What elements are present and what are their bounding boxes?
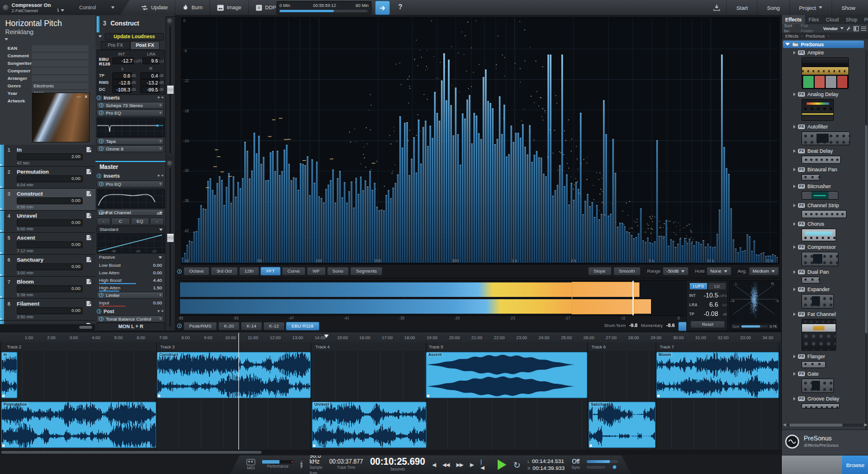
insert-slot-tape[interactable]: Tape▾: [97, 138, 164, 145]
insert-slot-pro-eq[interactable]: Pro EQ▾: [97, 109, 164, 116]
spectrum-mode-sono[interactable]: Sono: [327, 267, 350, 275]
track-list-item[interactable]: ▾7Bloom0.005:38 min: [0, 277, 95, 299]
meter-mode-k-12[interactable]: K-12: [263, 322, 285, 330]
track-gain-field[interactable]: 0.00: [17, 175, 83, 182]
meter-mode-ebu-r128[interactable]: EBU R128: [286, 322, 319, 330]
fx-item-bitcrusher[interactable]: FXBitcrusher: [793, 183, 862, 200]
fx-item-expander[interactable]: FXExpander: [793, 286, 862, 308]
nav-start[interactable]: Start: [726, 0, 757, 15]
fx-item-autofilter[interactable]: FXAutofilter: [793, 123, 862, 145]
fx-item-row[interactable]: FXAnalog Delay: [793, 91, 862, 98]
browser-hscrollbar[interactable]: ◀ ▶: [783, 422, 867, 427]
burn-button[interactable]: Burn: [175, 0, 210, 15]
pan-knob-icon[interactable]: [167, 19, 172, 24]
audio-clip-sanctuary[interactable]: Sanctuary: [589, 402, 656, 448]
fx-thumbnail[interactable]: [801, 379, 834, 393]
volume-slider[interactable]: [587, 460, 618, 463]
meter-mode-peak-rms[interactable]: Peak/RMS: [183, 322, 217, 330]
clip-handle[interactable]: [158, 395, 160, 397]
image-button[interactable]: Image: [210, 0, 249, 15]
fx-thumbnail[interactable]: [801, 229, 836, 241]
fx-item-flanger[interactable]: FXFlanger: [793, 353, 862, 368]
fx-thumbnail[interactable]: [801, 403, 840, 409]
expand-triangle-icon[interactable]: [793, 288, 796, 291]
fx-item-row[interactable]: FXExpander: [793, 286, 862, 293]
scrollbar-handle[interactable]: [789, 424, 843, 427]
spectrum-mode-12th[interactable]: 12th: [239, 267, 260, 275]
fx-thumbnail[interactable]: [801, 361, 826, 368]
return-to-start-button[interactable]: |◀: [480, 459, 484, 471]
update-loudness-button[interactable]: Update Loudness: [105, 33, 164, 41]
spectrum-display[interactable]: 0-6-12-18-24-30-36-42-48 501002005001 k2…: [181, 17, 779, 264]
fx-item-row[interactable]: FXFat Channel: [793, 311, 862, 318]
track-list-item[interactable]: ▾1In2.0042 sec: [0, 145, 95, 167]
rewind-button[interactable]: ◀◀: [443, 462, 450, 468]
track-marker-track-5[interactable]: Track 5: [429, 344, 443, 350]
fx-item-fat-channel[interactable]: FXFat Channel★: [793, 311, 862, 351]
ean-field[interactable]: [32, 45, 89, 52]
power-icon[interactable]: [99, 182, 104, 186]
loop-button[interactable]: ↻: [513, 461, 521, 469]
clip-handle[interactable]: [590, 444, 592, 447]
fx-item-analog-delay[interactable]: FXAnalog Delay★: [793, 91, 862, 121]
expand-triangle-icon[interactable]: [793, 372, 796, 376]
insert-slot-pro-eq[interactable]: Pro EQ▾: [97, 181, 164, 188]
audio-clip-ascent[interactable]: Ascent: [426, 352, 587, 398]
nav-song[interactable]: Song: [757, 0, 789, 15]
scroll-right-icon[interactable]: ▶: [865, 422, 867, 427]
breadcrumb-presonus[interactable]: PreSonus: [806, 34, 825, 39]
fx-item-beat-delay[interactable]: FXBeat Delay: [793, 148, 862, 164]
param-index[interactable]: 1: [57, 8, 64, 13]
track-list-item[interactable]: ▾2Permutation0.006:04 min: [0, 167, 95, 189]
sync-indicator[interactable]: Off Sync: [572, 459, 580, 471]
fx-item-gate[interactable]: FXGate: [793, 370, 862, 393]
expand-triangle-icon[interactable]: [793, 125, 796, 128]
wave-file-icon[interactable]: [86, 300, 93, 307]
meter-power-icon[interactable]: [177, 324, 182, 328]
hpf-row[interactable]: HPFoff: [97, 210, 164, 217]
cue-volume-slider[interactable]: [587, 466, 605, 469]
spectrum-mode-3rd-oct[interactable]: 3rd Oct: [211, 267, 237, 275]
genre-field[interactable]: Electronic: [32, 83, 89, 89]
list-view-icon[interactable]: [861, 26, 866, 31]
fx-item-row[interactable]: FXBitcrusher: [793, 183, 862, 190]
scrollbar-handle[interactable]: [1, 451, 262, 454]
fx-thumbnail[interactable]: [801, 210, 847, 218]
slope-button[interactable]: Slope: [588, 267, 611, 275]
master-fader[interactable]: [165, 159, 175, 331]
insert-slot-scheps-73-stereo[interactable]: Scheps 73 Stereo▾: [97, 102, 164, 109]
fx-thumbnail[interactable]: [801, 99, 834, 121]
expand-triangle-icon[interactable]: [793, 245, 796, 249]
eq-section-button[interactable]: EQ: [131, 218, 150, 225]
power-icon[interactable]: [99, 317, 104, 321]
wave-file-icon[interactable]: [86, 234, 93, 241]
update-button[interactable]: Update: [134, 0, 175, 15]
jump-arrow-button[interactable]: [375, 1, 390, 15]
meter-mode-k-14[interactable]: K-14: [241, 322, 262, 330]
comment-field[interactable]: [32, 53, 89, 59]
fx-item-row[interactable]: FXFlanger: [793, 353, 862, 360]
analyzer-power-icon[interactable]: [177, 269, 182, 274]
breadcrumb-effects[interactable]: Effects: [785, 34, 799, 39]
clip-handle[interactable]: [2, 444, 5, 447]
fx-item-ampire[interactable]: FXAmpire★: [793, 49, 862, 89]
artwork-image[interactable]: — x: [32, 93, 90, 142]
meter-mode-k-20[interactable]: K-20: [218, 322, 240, 330]
power-icon[interactable]: [99, 146, 104, 151]
wave-file-icon[interactable]: [86, 212, 93, 219]
nav-show[interactable]: Show: [832, 0, 865, 15]
spectrum-mode-fft[interactable]: FFT: [260, 267, 281, 275]
minimize-icon[interactable]: —: [76, 94, 81, 99]
eq-mode-dropdown[interactable]: Passive: [97, 254, 164, 261]
control-dropdown[interactable]: Control: [79, 5, 96, 10]
limiter-input-row[interactable]: Input0.00: [97, 300, 164, 307]
play-button[interactable]: [498, 460, 506, 470]
spectrum-mode-wf[interactable]: WF: [307, 267, 325, 275]
help-button[interactable]: ?: [398, 3, 402, 11]
audio-clip-unravel[interactable]: Unravel: [312, 402, 426, 448]
fx-thumbnail[interactable]: [801, 319, 836, 351]
fx-item-row[interactable]: FXBeat Delay: [793, 148, 862, 155]
track-gain-field[interactable]: 0.00: [17, 241, 83, 248]
vendor-folder-presonus[interactable]: PreSonus: [783, 41, 864, 48]
fader-cap[interactable]: [167, 85, 174, 94]
